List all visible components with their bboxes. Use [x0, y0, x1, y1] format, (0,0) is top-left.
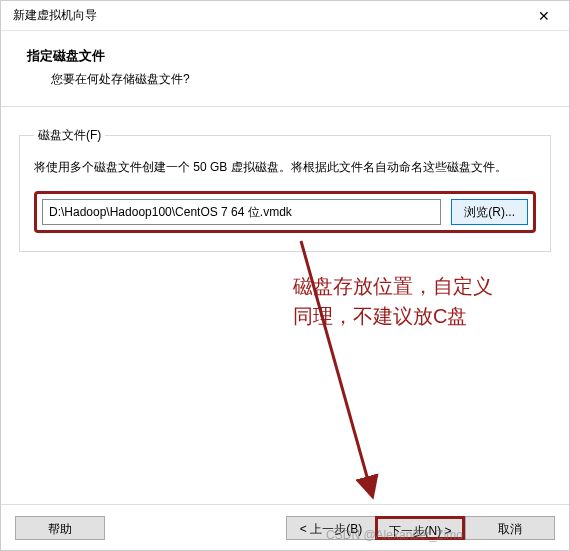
- close-icon[interactable]: ✕: [529, 8, 559, 24]
- disk-file-group: 磁盘文件(F) 将使用多个磁盘文件创建一个 50 GB 虚拟磁盘。将根据此文件名…: [19, 127, 551, 252]
- group-description: 将使用多个磁盘文件创建一个 50 GB 虚拟磁盘。将根据此文件名自动命名这些磁盘…: [34, 158, 536, 177]
- content-area: 磁盘文件(F) 将使用多个磁盘文件创建一个 50 GB 虚拟磁盘。将根据此文件名…: [1, 107, 569, 252]
- footer: 帮助 < 上一步(B) 下一步(N) > 取消: [1, 504, 569, 550]
- annotation-line2: 同理，不建议放C盘: [293, 301, 493, 331]
- next-button[interactable]: 下一步(N) >: [375, 516, 465, 540]
- back-button[interactable]: < 上一步(B): [286, 516, 376, 540]
- wizard-header: 指定磁盘文件 您要在何处存储磁盘文件?: [1, 31, 569, 106]
- group-legend: 磁盘文件(F): [34, 127, 105, 144]
- svg-line-1: [301, 241, 371, 491]
- cancel-button[interactable]: 取消: [465, 516, 555, 540]
- page-title: 指定磁盘文件: [27, 47, 543, 65]
- window-title: 新建虚拟机向导: [13, 7, 97, 24]
- path-row: 浏览(R)...: [34, 191, 536, 233]
- page-subtitle: 您要在何处存储磁盘文件?: [27, 71, 543, 88]
- help-button[interactable]: 帮助: [15, 516, 105, 540]
- annotation-text: 磁盘存放位置，自定义 同理，不建议放C盘: [293, 271, 493, 331]
- browse-button[interactable]: 浏览(R)...: [451, 199, 528, 225]
- disk-path-input[interactable]: [42, 199, 441, 225]
- titlebar: 新建虚拟机向导 ✕: [1, 1, 569, 31]
- annotation-line1: 磁盘存放位置，自定义: [293, 271, 493, 301]
- annotation-arrow-icon: [271, 231, 401, 511]
